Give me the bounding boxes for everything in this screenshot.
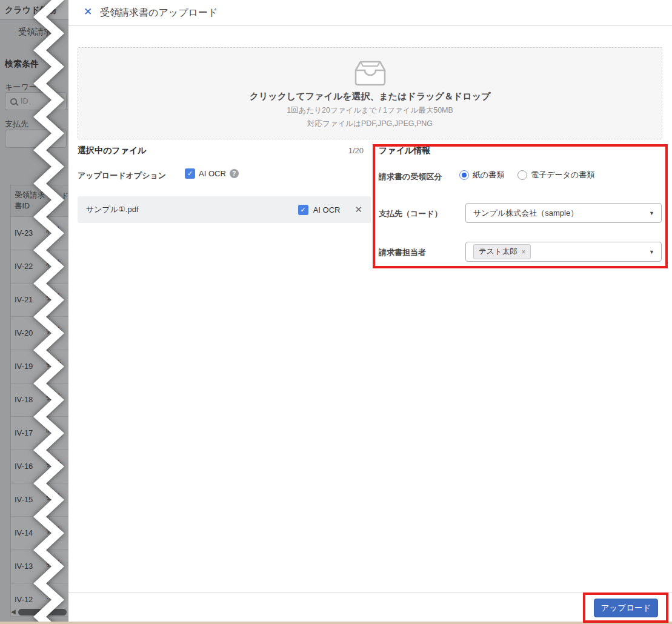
column-header-code-fragment: ド	[61, 191, 69, 201]
row-col2-fragment: 会社	[46, 559, 61, 568]
row-invoice-id: IV-13	[15, 562, 33, 571]
file-name: サンプル①.pdf	[86, 204, 139, 215]
table-row: IV-21会社	[11, 284, 68, 317]
keyword-search-input	[21, 97, 56, 105]
dropzone-main-text: クリックしてファイルを選択、またはドラッグ＆ドロップ	[250, 91, 491, 102]
background-page: クラウド債務 受領請求 検索条件 キーワード 支払先 受領請求書ID ド IV-…	[0, 0, 68, 624]
assignee-tag-text: テスト太郎	[479, 247, 517, 257]
table-row: IV-18会社	[11, 383, 68, 417]
row-col2-fragment: …	[46, 592, 54, 602]
chevron-down-icon: ▼	[649, 210, 654, 216]
table-row: IV-16会社	[11, 450, 68, 483]
column-header-invoice-id: 受領請求書ID	[15, 190, 50, 211]
file-dropzone[interactable]: クリックしてファイルを選択、またはドラッグ＆ドロップ 1回あたり20ファイルまで…	[78, 47, 662, 139]
row-col2-fragment: 会社	[46, 492, 61, 502]
row-invoice-id: IV-15	[15, 495, 33, 504]
ai-ocr-option: ✓ AI OCR ?	[185, 168, 239, 179]
search-icon	[10, 98, 17, 105]
radio-option-paper[interactable]: 紙の書類	[459, 170, 504, 181]
row-invoice-id: IV-20	[15, 328, 33, 337]
keyword-label: キーワード	[5, 82, 45, 93]
payee-field	[5, 130, 67, 148]
screen: クラウド債務 受領請求 検索条件 キーワード 支払先 受領請求書ID ド IV-…	[0, 0, 672, 624]
bg-table-rows: IV-23利株IV-22利株IV-21会社IV-20会社IV-19会社IV-18…	[11, 217, 68, 617]
row-invoice-id: IV-22	[15, 262, 33, 271]
table-row: IV-17ikis. 者	[11, 417, 68, 450]
tag-remove-icon[interactable]: ×	[521, 248, 525, 256]
table-row: IV-22利株	[11, 250, 68, 284]
modal-header: ✕ 受領請求書のアップロード	[68, 0, 672, 26]
keyword-search-field	[5, 92, 67, 110]
row-col2-fragment: 会社	[46, 525, 61, 535]
dropzone-formats-text: 対応ファイルはPDF,JPG,JPEG,PNG	[307, 119, 433, 129]
assignee-tag: テスト太郎 ×	[473, 244, 531, 259]
tab-received-invoices: 受領請求	[18, 27, 52, 38]
file-count: 1/20	[311, 146, 364, 155]
radio-option-digital[interactable]: 電子データの書類	[517, 170, 594, 181]
assignee-select[interactable]: テスト太郎 × ▼	[465, 242, 662, 262]
scroll-left-icon: ◀	[11, 608, 16, 615]
invoice-table: 受領請求書ID ド IV-23利株IV-22利株IV-21会社IV-20会社IV…	[10, 185, 68, 617]
upload-button[interactable]: アップロード	[594, 599, 658, 617]
modal-title: 受領請求書のアップロード	[100, 7, 218, 19]
file-ai-ocr-checkbox[interactable]: ✓	[298, 205, 308, 215]
selected-files-heading: 選択中のファイル	[78, 145, 147, 156]
row-col2-fragment: 会社	[46, 359, 61, 368]
table-row: IV-19会社	[11, 350, 68, 383]
table-row: IV-14会社	[11, 517, 68, 550]
upload-options-label: アップロードオプション	[78, 170, 166, 181]
help-icon[interactable]: ?	[230, 169, 239, 178]
table-row: IV-15会社	[11, 483, 68, 517]
table-header: 受領請求書ID ド	[11, 185, 68, 217]
remove-file-icon[interactable]: ✕	[354, 204, 362, 215]
file-info-heading: ファイル情報	[379, 145, 430, 156]
payee-select[interactable]: サンプル株式会社（sample） ▼	[465, 203, 662, 223]
footer-divider	[68, 592, 672, 593]
receipt-type-label: 請求書の受領区分	[379, 171, 442, 182]
payee-label: 支払先	[5, 119, 28, 130]
search-conditions-heading: 検索条件	[5, 59, 39, 70]
ai-ocr-checkbox[interactable]: ✓	[185, 168, 195, 179]
file-list-item: サンプル①.pdf ✓ AI OCR ✕	[78, 196, 371, 223]
check-icon: ✓	[187, 170, 193, 178]
row-invoice-id: IV-18	[15, 395, 33, 404]
question-glyph: ?	[232, 170, 236, 177]
row-invoice-id: IV-17	[15, 428, 33, 437]
app-brand: クラウド債務	[5, 5, 56, 16]
assignee-label: 請求書担当者	[379, 247, 426, 258]
row-invoice-id: IV-21	[15, 295, 33, 304]
ai-ocr-label: AI OCR	[199, 169, 226, 178]
row-invoice-id: IV-16	[15, 462, 33, 471]
row-invoice-id: IV-12	[15, 595, 33, 604]
file-item-controls: ✓ AI OCR ✕	[298, 204, 362, 215]
check-icon: ✓	[301, 206, 306, 214]
close-icon[interactable]: ✕	[84, 6, 92, 18]
row-col2-fragment: 会社	[46, 459, 61, 468]
row-col2-fragment: 利株	[46, 259, 61, 268]
row-invoice-id: IV-14	[15, 528, 33, 537]
row-invoice-id: IV-23	[15, 228, 33, 237]
dropzone-limit-text: 1回あたり20ファイルまで / 1ファイル最大50MB	[287, 105, 453, 116]
row-col2-fragment: 会社	[46, 292, 61, 302]
row-col2-fragment: ikis. 者	[46, 425, 59, 445]
receipt-type-radio-group: 紙の書類 電子データの書類	[459, 170, 594, 181]
row-col2-fragment: 会社	[46, 325, 61, 335]
file-ai-ocr-label: AI OCR	[313, 205, 341, 214]
chevron-down-icon: ▼	[649, 249, 654, 255]
payee-select-value: サンプル株式会社（sample）	[473, 208, 578, 219]
horizontal-scrollbar	[18, 609, 67, 616]
upload-modal: ✕ 受領請求書のアップロード クリックしてファイルを選択、またはドラッグ＆ドロッ…	[68, 0, 672, 624]
radio-unselected-icon[interactable]	[517, 170, 527, 180]
row-col2-fragment: 利株	[46, 225, 61, 235]
radio-digital-label: 電子データの書類	[531, 170, 594, 181]
row-col2-fragment: 会社	[46, 392, 61, 402]
background-topbar: クラウド債務	[0, 0, 68, 20]
row-invoice-id: IV-19	[15, 362, 33, 371]
table-row: IV-20会社	[11, 317, 68, 350]
radio-paper-label: 紙の書類	[473, 170, 504, 181]
radio-selected-icon[interactable]	[459, 170, 469, 180]
table-row: IV-13会社	[11, 550, 68, 583]
bottom-edge-strip	[0, 622, 672, 624]
table-row: IV-23利株	[11, 217, 68, 250]
inbox-icon	[353, 60, 388, 87]
